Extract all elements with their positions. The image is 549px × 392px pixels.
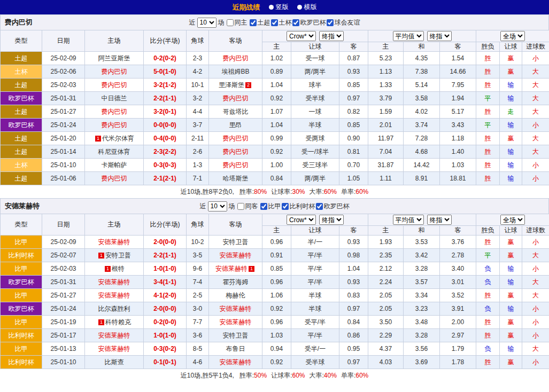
- match-row: 土杯25-02-06费内巴切5-0(1-0)4-2埃祖姆BB0.89两/两半0.…: [1, 65, 549, 79]
- home-team[interactable]: 安德莱赫特: [98, 332, 130, 339]
- away-team[interactable]: 安德莱赫特: [220, 305, 252, 312]
- avg-home-odds: 1.11: [368, 172, 404, 185]
- competition-checkbox[interactable]: [271, 19, 278, 26]
- home-team[interactable]: 卡斯帕萨: [102, 161, 127, 169]
- home-team[interactable]: 科特赖克: [105, 318, 131, 326]
- scope-select[interactable]: 全场: [500, 31, 525, 41]
- away-team[interactable]: 费内巴切: [223, 148, 249, 155]
- away-team[interactable]: 安特卫普: [223, 238, 249, 246]
- home-team[interactable]: 安特卫普: [105, 252, 131, 259]
- same-venue-filter[interactable]: 同主: [226, 18, 248, 27]
- home-team[interactable]: 费内巴切: [102, 68, 127, 75]
- away-team[interactable]: 费内巴切: [223, 54, 249, 62]
- competition-checkbox[interactable]: [250, 19, 257, 26]
- avg-source-select[interactable]: 平均值: [393, 215, 424, 225]
- scope-select[interactable]: 全场: [500, 215, 525, 225]
- away-team[interactable]: 安德莱赫特: [215, 265, 248, 272]
- home-team[interactable]: 安德莱赫特: [98, 238, 130, 246]
- home-team[interactable]: 比斯查: [105, 358, 124, 366]
- avg-away-odds: 1.40: [440, 145, 476, 159]
- away-team[interactable]: 费内巴切: [223, 161, 249, 169]
- away-team[interactable]: 费内巴切: [223, 95, 249, 102]
- away-team[interactable]: 安德莱赫特: [220, 358, 252, 366]
- sub-handicap-result: 让球: [500, 226, 522, 236]
- rank-badge: 1: [249, 266, 254, 272]
- away-team[interactable]: 霍芬海姆: [223, 278, 249, 286]
- near-label: 近: [200, 202, 206, 211]
- home-team[interactable]: 安德莱赫特: [98, 345, 130, 352]
- home-team[interactable]: 中日德兰: [102, 95, 127, 102]
- away-team[interactable]: 梅赫伦: [226, 292, 245, 299]
- home-team[interactable]: 费内巴切: [102, 108, 127, 115]
- result-goals: 大: [522, 276, 549, 289]
- match-count-select[interactable]: 10: [208, 201, 227, 211]
- home-team[interactable]: 比尔森胜利: [98, 305, 130, 312]
- competition-filter[interactable]: 球会友谊: [326, 18, 360, 27]
- odds-book-select[interactable]: 终指: [319, 31, 344, 41]
- sub-handicap-result: 让球: [500, 42, 522, 52]
- away-team[interactable]: 埃祖姆BB: [221, 68, 249, 75]
- result-handicap: 赢: [500, 65, 522, 79]
- handicap-line: 平/半: [291, 329, 339, 342]
- competition-checkbox[interactable]: [327, 19, 334, 26]
- competition-filter[interactable]: 比利时杯: [281, 202, 315, 211]
- home-team[interactable]: 阿兰亚斯堡: [98, 54, 130, 62]
- avg-source-select[interactable]: 终指: [427, 31, 452, 41]
- home-team[interactable]: 安德莱赫特: [98, 292, 130, 299]
- same-venue-filter[interactable]: 同客: [237, 202, 258, 211]
- away-team[interactable]: 布鲁日: [226, 345, 245, 352]
- competition-filter[interactable]: 欧罗巴杯: [292, 18, 326, 27]
- competition-filter[interactable]: 欧罗巴杯: [315, 202, 350, 211]
- stat-label: 让球率:: [271, 188, 292, 195]
- avg-home-odds: 2.05: [368, 289, 404, 302]
- home-team[interactable]: 费内巴切: [102, 121, 127, 129]
- match-score: 0-2(0-0): [144, 316, 187, 329]
- competition-checkbox[interactable]: [282, 203, 289, 210]
- away-team-cell: 霍芬海姆: [209, 276, 262, 289]
- avg-source-select[interactable]: 终指: [427, 215, 452, 225]
- home-team[interactable]: 费内巴切: [102, 81, 127, 89]
- home-team[interactable]: 科尼亚体育: [98, 148, 130, 155]
- same-venue-checkbox[interactable]: [227, 19, 234, 26]
- match-count-select[interactable]: 10: [197, 18, 216, 28]
- odds-book-select[interactable]: Crow*: [287, 215, 316, 225]
- competition-checkbox[interactable]: [316, 203, 323, 210]
- odds-book-select[interactable]: 终指: [319, 215, 344, 225]
- competition-checkbox[interactable]: [260, 203, 267, 210]
- sub-handicap: 让球: [291, 226, 339, 236]
- match-row: 欧罗巴杯25-01-24比尔森胜利2-0(0-0)3-0安德莱赫特0.92半球0…: [1, 302, 549, 316]
- away-team[interactable]: 里泽斯堡: [219, 81, 244, 89]
- summary-prefix: 近10场,胜8平2负0,: [181, 187, 234, 197]
- home-team[interactable]: 安德莱赫特: [98, 278, 130, 286]
- competition-filter[interactable]: 比甲: [260, 202, 281, 211]
- home-team[interactable]: 根特: [112, 265, 125, 272]
- away-team[interactable]: 哈塔斯堡: [223, 175, 249, 182]
- avg-home-odds: 2.35: [368, 249, 404, 262]
- match-row: 欧罗巴杯25-01-24费内巴切0-0(0-0)3-7里昂1.04半球0.852…: [1, 119, 549, 132]
- result-goals: 小: [522, 262, 549, 276]
- away-team[interactable]: 费内巴切: [223, 135, 249, 142]
- away-team[interactable]: 里昂: [229, 121, 242, 129]
- away-team[interactable]: 哥兹塔比: [223, 108, 249, 115]
- same-venue-checkbox[interactable]: [237, 203, 244, 210]
- competition-filter[interactable]: 土杯: [270, 18, 292, 27]
- competition-filter[interactable]: 土超: [249, 18, 270, 27]
- away-team[interactable]: 安德莱赫特: [220, 252, 252, 259]
- home-odds: 1.03: [262, 329, 291, 342]
- result-goals: 小: [522, 302, 549, 316]
- home-team[interactable]: 费内巴切: [102, 175, 127, 182]
- odds-book-select[interactable]: Crow*: [287, 31, 316, 41]
- away-team[interactable]: 安德莱赫特: [220, 318, 252, 326]
- sub-goals-result: 进球数: [522, 42, 549, 52]
- layout-option-vertical[interactable]: 竖版: [269, 3, 289, 12]
- home-team[interactable]: 代米尔体育: [102, 135, 134, 142]
- result-goals: 大: [522, 105, 549, 119]
- away-team[interactable]: 安特卫普: [223, 332, 249, 339]
- layout-option-horizontal[interactable]: 横版: [297, 3, 317, 12]
- match-row: 比利时杯25-02-071安特卫普2-2(1-1)3-5安德莱赫特0.91平/半…: [1, 249, 549, 262]
- avg-source-select[interactable]: 平均值: [393, 31, 424, 41]
- away-odds: 0.93: [339, 236, 368, 249]
- competition-checkbox[interactable]: [292, 19, 299, 26]
- corner-score: 4-4: [187, 105, 209, 119]
- result-goals: 大: [522, 65, 549, 79]
